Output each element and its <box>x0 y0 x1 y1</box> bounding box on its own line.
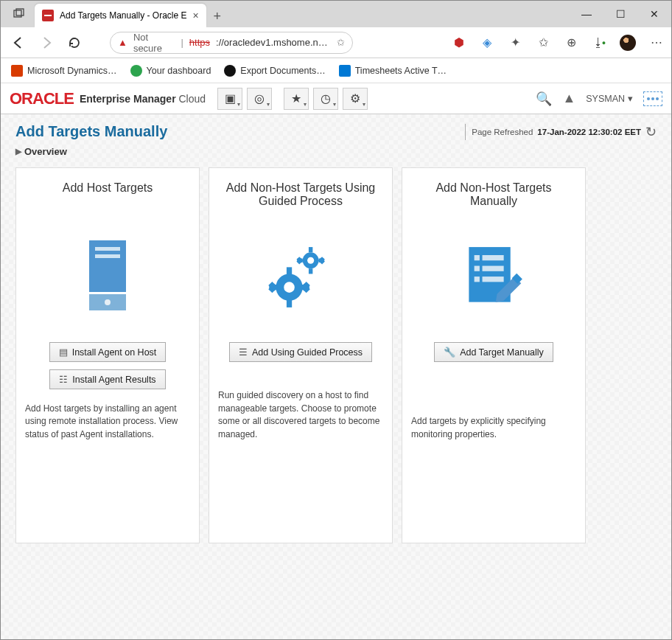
add-using-guided-process-button[interactable]: ☰Add Using Guided Process <box>229 342 372 362</box>
browser-title-bar: Add Targets Manually - Oracle E × + — ☐ … <box>1 1 671 27</box>
gears-icon <box>264 233 337 321</box>
svg-point-16 <box>307 257 314 264</box>
bookmark-item[interactable]: Your dashboard <box>130 65 211 77</box>
setup-menu-button[interactable]: ⚙▾ <box>343 88 368 110</box>
svg-rect-3 <box>95 247 120 251</box>
tab-title: Add Targets Manually - Oracle E <box>60 10 187 21</box>
bookmark-item[interactable]: Timesheets Active T… <box>339 65 447 77</box>
page-refreshed: Page Refreshed 17-Jan-2022 12:30:02 EET↻ <box>465 124 657 140</box>
install-agent-on-host-button[interactable]: ▤Install Agent on Host <box>49 342 167 362</box>
brand-suffix: Enterprise Manager Cloud <box>80 93 206 105</box>
agent-install-icon: ▤ <box>59 347 68 358</box>
back-button[interactable] <box>8 32 29 53</box>
install-agent-results-button[interactable]: ☷Install Agent Results <box>49 369 165 389</box>
card-title: Add Non-Host Targets Using Guided Proces… <box>218 181 383 214</box>
card-title: Add Host Targets <box>63 181 153 214</box>
add-target-manually-button[interactable]: 🔧Add Target Manually <box>434 342 553 362</box>
bookmark-star-icon[interactable]: ✩ <box>337 37 345 48</box>
host-server-icon <box>71 233 144 321</box>
card-title: Add Non-Host Targets Manually <box>411 181 576 214</box>
page-title: Add Targets Manually <box>15 123 167 140</box>
extensions-icon[interactable]: ✦ <box>508 35 522 50</box>
card-description: Add Host targets by installing an agent … <box>25 403 190 441</box>
app-header: ORACLE Enterprise Manager Cloud ▣▾ ◎▾ ★▾… <box>1 83 671 114</box>
url-text: ://oracledev1.mshome.net:7… <box>216 37 331 48</box>
refresh-icon[interactable]: ↻ <box>645 124 657 140</box>
url-protocol: https <box>189 37 210 48</box>
close-window-button[interactable]: ✕ <box>637 1 671 27</box>
svg-rect-29 <box>483 255 504 260</box>
favorites-menu-button[interactable]: ★▾ <box>284 88 309 110</box>
ublock-icon[interactable]: ⬢ <box>452 35 466 50</box>
oracle-logo: ORACLE <box>10 89 74 108</box>
svg-rect-18 <box>287 267 292 275</box>
reload-button[interactable] <box>64 32 85 53</box>
forward-button[interactable] <box>36 32 57 53</box>
card-add-host-targets: Add Host Targets ▤Install Agent on Host … <box>15 167 200 543</box>
bookmark-item[interactable]: Microsoft Dynamics… <box>11 65 117 77</box>
url-field[interactable]: ▲ Not secure | https://oracledev1.mshome… <box>110 32 353 54</box>
card-description: Run guided discovery on a host to find m… <box>218 389 383 441</box>
overview-toggle[interactable]: ▶ Overview <box>1 146 671 163</box>
maximize-button[interactable]: ☐ <box>603 1 637 27</box>
results-icon: ☷ <box>59 374 68 385</box>
card-description: Add targets by explicitly specifying mon… <box>411 415 576 441</box>
svg-rect-33 <box>483 276 504 282</box>
enterprise-menu-button[interactable]: ▣▾ <box>217 88 242 110</box>
collapse-triangle-icon: ▶ <box>15 147 21 156</box>
shield-icon[interactable]: ◈ <box>480 35 494 50</box>
browser-tab[interactable]: Add Targets Manually - Oracle E × <box>35 4 206 27</box>
downloads-icon[interactable]: ⭳● <box>592 35 606 50</box>
card-manual-targets: Add Non-Host Targets Manually 🔧Add Targe… <box>402 167 586 543</box>
svg-rect-4 <box>95 254 120 258</box>
guided-process-icon: ☰ <box>239 347 248 358</box>
svg-rect-9 <box>309 268 312 274</box>
not-secure-label: Not secure <box>133 32 175 54</box>
svg-rect-31 <box>483 266 504 271</box>
card-guided-process: Add Non-Host Targets Using Guided Proces… <box>209 167 393 543</box>
window-controls: — ☐ ✕ <box>570 1 671 27</box>
svg-rect-28 <box>475 255 480 260</box>
user-menu[interactable]: SYSMAN ▾ <box>586 93 633 104</box>
address-bar: ▲ Not secure | https://oracledev1.mshome… <box>1 27 671 58</box>
tabs-menu-icon[interactable] <box>8 3 30 25</box>
collections-icon[interactable]: ⊕ <box>564 35 578 50</box>
targets-menu-button[interactable]: ◎▾ <box>247 88 272 110</box>
close-tab-icon[interactable]: × <box>193 10 199 21</box>
svg-point-6 <box>105 299 111 305</box>
app-more-icon[interactable] <box>643 91 662 106</box>
svg-rect-19 <box>287 299 292 307</box>
svg-point-26 <box>284 282 295 293</box>
favorites-icon[interactable]: ✩ <box>536 35 550 50</box>
new-tab-button[interactable]: + <box>206 5 228 27</box>
bookmark-item[interactable]: Export Documents… <box>224 65 325 77</box>
search-icon[interactable]: 🔍 <box>536 91 552 107</box>
svg-rect-8 <box>309 247 312 252</box>
history-menu-button[interactable]: ◷▾ <box>313 88 338 110</box>
wrench-icon: 🔧 <box>444 347 455 358</box>
oracle-favicon-icon <box>42 10 54 21</box>
form-edit-icon <box>457 233 531 321</box>
minimize-button[interactable]: — <box>570 1 603 27</box>
browser-menu-icon[interactable]: ⋯ <box>649 35 664 50</box>
profile-avatar[interactable] <box>620 35 636 51</box>
bookmarks-bar: Microsoft Dynamics… Your dashboard Expor… <box>1 58 671 83</box>
warning-icon: ▲ <box>118 37 127 48</box>
svg-rect-32 <box>475 276 480 282</box>
svg-rect-30 <box>475 266 480 271</box>
notifications-icon[interactable]: ▲ <box>562 91 575 106</box>
